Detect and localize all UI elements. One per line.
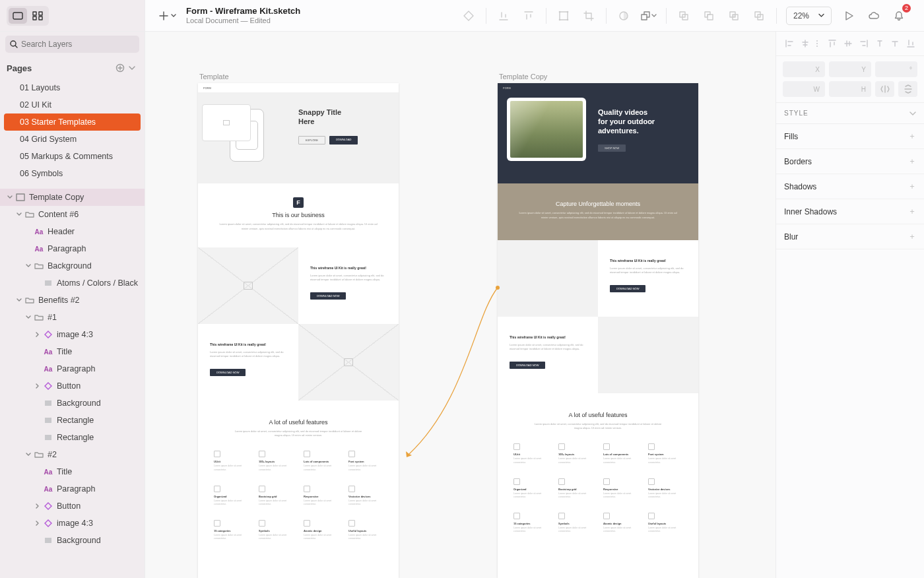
notifications-button[interactable]: 2 [888, 5, 909, 26]
align-top-button[interactable] [826, 37, 839, 50]
disclosure-icon[interactable] [33, 383, 42, 389]
layer-row[interactable]: AaTitle [0, 463, 145, 480]
layer-row[interactable]: AaParagraph [0, 240, 145, 257]
cloud-button[interactable] [863, 5, 884, 26]
components-view-tab[interactable] [28, 8, 47, 24]
hero-section: FORM Quality videosfor your outdooradven… [498, 83, 698, 183]
edit-button[interactable] [578, 5, 599, 26]
disclosure-icon[interactable] [33, 503, 42, 509]
layer-row[interactable]: Background [0, 532, 145, 549]
style-section[interactable]: Borders＋ [776, 149, 924, 174]
add-style-button[interactable]: ＋ [908, 206, 916, 217]
search-layers-field[interactable] [5, 36, 139, 53]
artboard-label-a[interactable]: Template [199, 73, 229, 80]
disclosure-icon[interactable] [24, 315, 33, 320]
layer-row[interactable]: Content #6 [0, 206, 145, 223]
chevron-down-icon[interactable] [909, 110, 916, 117]
layer-row[interactable]: image 4:3 [0, 515, 145, 532]
page-item[interactable]: 06 Symbols [4, 165, 141, 182]
artboard-template-copy[interactable]: FORM Quality videosfor your outdooradven… [498, 83, 698, 578]
zoom-dropdown[interactable]: 22% [786, 7, 832, 25]
view-mode-toggle[interactable] [7, 6, 49, 26]
align-left-button[interactable] [783, 37, 796, 50]
difference-button[interactable] [748, 5, 770, 26]
align-right-button[interactable] [857, 37, 871, 50]
layer-row[interactable]: #2 [0, 446, 145, 463]
page-item[interactable]: 03 Starter Templates [4, 113, 141, 131]
style-section[interactable]: Inner Shadows＋ [776, 199, 924, 224]
layer-row[interactable]: Template Copy [0, 189, 145, 206]
disclosure-icon[interactable] [15, 212, 24, 217]
add-style-button[interactable]: ＋ [908, 181, 916, 192]
scale-dropdown[interactable] [638, 5, 659, 26]
layer-row[interactable]: AaTitle [0, 343, 145, 360]
layer-row[interactable]: AaHeader [0, 223, 145, 240]
artboard-template[interactable]: FORM Snappy TitleHere EXPLORE DOWNLOAD F… [198, 83, 399, 578]
layer-type-icon [42, 537, 54, 544]
layer-row[interactable]: AaParagraph [0, 360, 145, 377]
add-style-button[interactable]: ＋ [908, 131, 916, 142]
layer-label: Button [54, 381, 81, 391]
page-item[interactable]: 05 Markups & Comments [4, 148, 141, 165]
layer-row[interactable]: Button [0, 498, 145, 515]
disclosure-icon[interactable] [24, 263, 33, 269]
collapse-pages-button[interactable] [126, 62, 138, 74]
hero-section: FORM Snappy TitleHere EXPLORE DOWNLOAD [198, 83, 399, 183]
style-section[interactable]: Blur＋ [776, 224, 924, 249]
canvas[interactable]: Template Template Copy FORM Snappy Title… [145, 32, 776, 578]
search-input[interactable] [5, 36, 139, 53]
mask-button[interactable] [613, 5, 634, 26]
preview-button[interactable] [838, 5, 859, 26]
align-bottom-button[interactable] [904, 37, 917, 50]
y-field[interactable]: Y [829, 61, 871, 77]
align-hcenter-button[interactable] [799, 37, 812, 50]
layer-row[interactable]: AaParagraph [0, 480, 145, 498]
add-style-button[interactable]: ＋ [908, 231, 916, 242]
layer-row[interactable]: #1 [0, 309, 145, 326]
layer-row[interactable]: Benefits #2 [0, 292, 145, 309]
layer-row[interactable]: Rectangle [0, 412, 145, 429]
disclosure-icon[interactable] [33, 332, 42, 337]
align-middle-button[interactable] [888, 37, 902, 50]
artboard-label-b[interactable]: Template Copy [499, 73, 547, 80]
add-page-button[interactable] [114, 62, 126, 74]
x-field[interactable]: X [783, 61, 825, 77]
page-item[interactable]: 04 Grid System [4, 131, 141, 148]
disclosure-icon[interactable] [15, 298, 24, 303]
layer-row[interactable]: image 4:3 [0, 326, 145, 343]
insert-button[interactable] [156, 5, 178, 27]
align-vcenter-button[interactable] [842, 37, 855, 50]
style-section[interactable]: Fills＋ [776, 124, 924, 149]
mask-icon [618, 11, 629, 21]
distribute-button[interactable] [518, 5, 539, 26]
disclosure-icon[interactable] [5, 195, 15, 200]
page-item[interactable]: 02 UI Kit [4, 96, 141, 113]
style-section[interactable]: Shadows＋ [776, 174, 924, 199]
align-top-button[interactable] [493, 5, 514, 26]
flip-h-button[interactable] [875, 81, 894, 97]
rotation-field[interactable]: ° [875, 61, 917, 77]
h-field[interactable]: H [829, 81, 871, 97]
photo-pinecones [498, 240, 598, 317]
layer-row[interactable]: Rectangle [0, 429, 145, 446]
disclosure-icon[interactable] [24, 452, 33, 457]
canvas-view-tab[interactable] [9, 8, 27, 24]
layer-row[interactable]: Background [0, 257, 145, 274]
add-style-button[interactable]: ＋ [908, 156, 916, 167]
union-button[interactable] [673, 5, 694, 26]
layer-row[interactable]: Background [0, 395, 145, 412]
layer-label: Background [45, 261, 92, 271]
flip-v-button[interactable] [898, 81, 917, 97]
group-button[interactable] [553, 5, 574, 26]
align-more-button[interactable] [814, 37, 821, 50]
disclosure-icon[interactable] [33, 521, 42, 526]
subtract-button[interactable] [698, 5, 719, 26]
page-item[interactable]: 01 Layouts [4, 79, 141, 96]
intersect-button[interactable] [723, 5, 744, 26]
text-align-button[interactable] [873, 37, 886, 50]
document-title[interactable]: Form - Wireframe Kit.sketch Local Docume… [186, 6, 300, 25]
w-field[interactable]: W [783, 81, 825, 97]
create-symbol-button[interactable] [458, 5, 479, 26]
layer-row[interactable]: Atoms / Colors / Black [0, 274, 145, 292]
layer-row[interactable]: Button [0, 377, 145, 395]
